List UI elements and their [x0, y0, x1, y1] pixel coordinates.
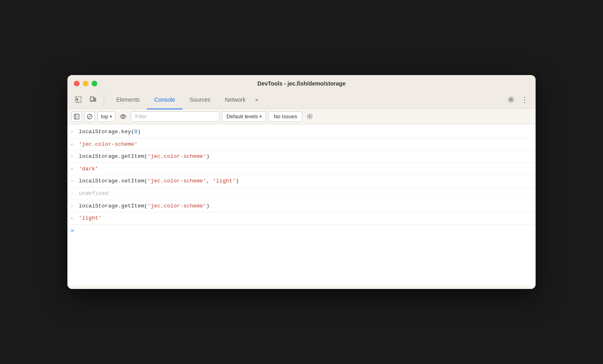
sidebar-toggle-button[interactable] [71, 111, 82, 122]
svg-rect-2 [94, 98, 96, 101]
output-arrow: ‹ [71, 215, 76, 222]
console-line: › localStorage.key(0) [67, 126, 536, 138]
console-toolbar: top ▾ Default levels ▾ No Issues [67, 109, 536, 124]
maximize-button[interactable] [92, 81, 97, 86]
filter-input[interactable] [131, 111, 220, 122]
console-line: ‹ 'light' [67, 212, 536, 225]
clear-console-button[interactable] [84, 111, 95, 122]
console-input-line[interactable]: > [67, 225, 536, 237]
tab-bar: Elements Console Sources Network » ⋮ [67, 90, 536, 109]
bottom-bar [67, 286, 536, 289]
tab-sources[interactable]: Sources [182, 91, 218, 109]
tab-console[interactable]: Console [147, 91, 182, 109]
eye-filter-button[interactable] [118, 111, 128, 122]
close-button[interactable] [74, 81, 80, 86]
console-prompt: > [71, 226, 74, 235]
console-output: › localStorage.key(0) ‹ 'jec.color-schem… [67, 124, 536, 286]
console-settings-button[interactable] [305, 111, 315, 122]
devtools-icons [72, 94, 104, 106]
console-settings-icon [307, 113, 313, 119]
device-toggle-button[interactable] [87, 94, 99, 106]
svg-point-9 [122, 115, 124, 117]
devtools-settings-button[interactable] [505, 94, 517, 106]
title-bar: DevTools - jec.fish/demo/storage [67, 75, 536, 90]
console-line: ‹ 'dark' [67, 163, 536, 176]
devtools-window: DevTools - jec.fish/demo/storage Element… [67, 75, 536, 289]
tab-bar-end: ⋮ [505, 94, 531, 106]
minimize-button[interactable] [83, 81, 88, 86]
console-line: › localStorage.getItem('jec.color-scheme… [67, 151, 536, 163]
context-selector[interactable]: top ▾ [97, 111, 115, 122]
log-levels-button[interactable]: Default levels ▾ [222, 111, 266, 122]
console-line: ‹ undefined [67, 188, 536, 200]
output-arrow: ‹ [71, 190, 76, 198]
console-line: ‹ 'jec.color-scheme' [67, 138, 536, 151]
more-options-button[interactable]: ⋮ [519, 94, 531, 106]
tab-network[interactable]: Network [218, 91, 253, 109]
svg-point-10 [309, 115, 311, 117]
device-icon [90, 96, 96, 103]
traffic-lights [74, 81, 97, 86]
settings-icon [508, 96, 514, 103]
more-tabs-button[interactable]: » [253, 95, 260, 104]
output-arrow: ‹ [71, 141, 76, 149]
no-issues-button[interactable]: No Issues [268, 111, 302, 122]
clear-icon [87, 114, 92, 119]
inspect-icon [75, 96, 82, 103]
svg-point-4 [510, 98, 512, 100]
svg-line-8 [88, 115, 92, 118]
input-arrow: › [71, 178, 76, 185]
output-arrow: ‹ [71, 166, 76, 173]
input-arrow: › [71, 203, 76, 210]
console-line: › localStorage.getItem('jec.color-scheme… [67, 200, 536, 213]
input-arrow: › [71, 153, 76, 161]
eye-icon [119, 114, 127, 119]
inspect-element-button[interactable] [72, 94, 84, 106]
tab-elements[interactable]: Elements [109, 91, 147, 109]
sidebar-toggle-icon [74, 114, 80, 119]
window-title: DevTools - jec.fish/demo/storage [258, 80, 345, 87]
input-arrow: › [71, 129, 76, 136]
console-line: › localStorage.setItem('jec.color-scheme… [67, 175, 536, 188]
